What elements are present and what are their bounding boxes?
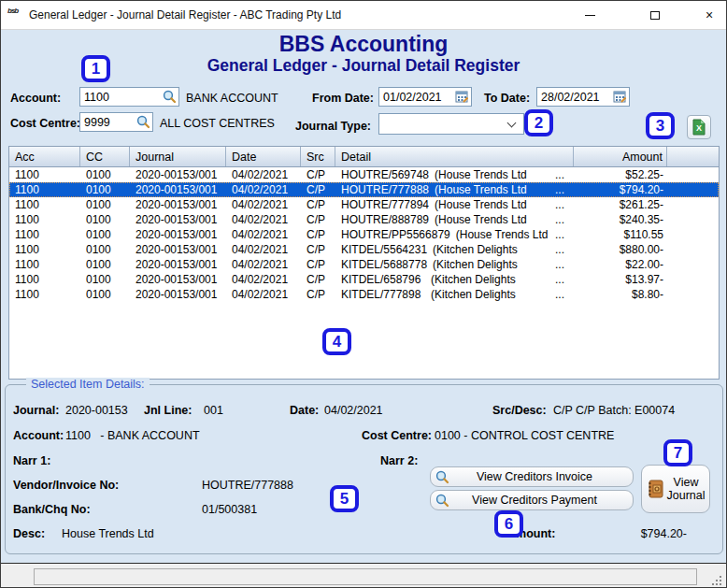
- cost-centre-field[interactable]: [79, 112, 153, 132]
- table-row[interactable]: 110001002020-00153/00104/02/2021C/PKITDE…: [9, 257, 719, 272]
- cell-amount: $261.25-: [574, 198, 667, 211]
- detail-ellipsis: ...: [555, 168, 574, 181]
- narr2-label: Narr 2:: [380, 454, 418, 467]
- journal-type-dropdown[interactable]: [378, 113, 524, 135]
- detail-src-desc-label: Src/Desc:: [492, 404, 547, 417]
- column-header-journal[interactable]: Journal: [130, 147, 226, 166]
- group-title: Selected Item Details:: [26, 378, 150, 391]
- view-journal-label-line2: Journal: [667, 489, 706, 502]
- annotation-badge-4: 4: [322, 328, 351, 355]
- cell-amount: $52.25-: [574, 168, 667, 181]
- cell-amount: $240.35-: [574, 213, 667, 226]
- table-row[interactable]: 110001002020-00153/00104/02/2021C/PHOUTR…: [9, 167, 719, 182]
- table-row[interactable]: 110001002020-00153/00104/02/2021C/PHOUTR…: [9, 212, 719, 227]
- status-panel: [34, 568, 697, 585]
- detail-account-label: Account:: [13, 429, 64, 442]
- detail-ref: KITDEL/5564231: [341, 243, 433, 256]
- maximize-button[interactable]: [636, 1, 674, 29]
- cell-cc: 0100: [80, 258, 130, 271]
- cell-src: C/P: [301, 273, 335, 286]
- column-header-src[interactable]: Src: [301, 147, 335, 166]
- account-field[interactable]: [79, 87, 179, 107]
- cell-journal: 2020-00153/001: [130, 228, 226, 241]
- cell-journal: 2020-00153/001: [130, 288, 226, 301]
- cell-cc: 0100: [80, 168, 130, 181]
- detail-name: (Kitchen Delights: [433, 243, 518, 256]
- journal-table: Acc CC Journal Date Src Detail Amount 11…: [8, 146, 720, 380]
- cell-detail: KITDEL/777898(Kitchen Delights...: [335, 288, 574, 301]
- cost-centre-lookup-icon[interactable]: [136, 115, 150, 129]
- cell-acc: 1100: [9, 228, 80, 241]
- selected-item-details-group: Selected Item Details: Journal: 2020-001…: [5, 384, 723, 554]
- cell-acc: 1100: [9, 168, 80, 181]
- detail-ellipsis: ...: [555, 198, 574, 211]
- cell-journal: 2020-00153/001: [130, 183, 226, 196]
- cell-detail: HOUTRE/777894(House Trends Ltd...: [335, 198, 574, 211]
- cost-centre-label: Cost Centre:: [10, 117, 80, 130]
- journal-book-icon: [647, 480, 663, 498]
- annotation-badge-1: 1: [81, 55, 110, 82]
- cell-acc: 1100: [9, 243, 80, 256]
- detail-ellipsis: ...: [555, 183, 574, 196]
- maximize-icon: [650, 11, 660, 20]
- detail-ref: HOUTRE/777894: [341, 198, 435, 211]
- close-button[interactable]: ×: [691, 1, 727, 29]
- cell-cc: 0100: [80, 213, 130, 226]
- narr1-label: Narr 1:: [13, 454, 50, 467]
- column-header-detail[interactable]: Detail: [335, 147, 574, 166]
- account-input[interactable]: [80, 91, 163, 104]
- cell-detail: HOUTRE/PP5566879(House Trends Ltd...: [335, 228, 574, 241]
- cell-date: 04/02/2021: [226, 198, 301, 211]
- column-header-acc[interactable]: Acc: [9, 147, 80, 166]
- cell-date: 04/02/2021: [226, 228, 301, 241]
- to-date-input[interactable]: [537, 91, 613, 104]
- view-creditors-invoice-button[interactable]: View Creditors Invoice: [430, 466, 634, 487]
- detail-name: (Kitchen Delights: [433, 258, 518, 271]
- annotation-badge-2: 2: [524, 109, 553, 136]
- detail-cost-centre-label: Cost Centre:: [362, 429, 432, 442]
- account-lookup-icon[interactable]: [163, 90, 177, 104]
- table-row[interactable]: 110001002020-00153/00104/02/2021C/PHOUTR…: [9, 227, 719, 242]
- cell-cc: 0100: [80, 228, 130, 241]
- table-row[interactable]: 110001002020-00153/00104/02/2021C/PHOUTR…: [9, 197, 719, 212]
- table-row[interactable]: 110001002020-00153/00104/02/2021C/PHOUTR…: [9, 182, 719, 197]
- cell-amount: $110.55: [574, 228, 667, 241]
- to-date-calendar-icon[interactable]: [613, 90, 627, 104]
- cell-detail: HOUTRE/569748(House Trends Ltd...: [335, 168, 574, 181]
- cell-src: C/P: [301, 258, 335, 271]
- detail-account-value: 1100 - BANK ACCOUNT: [65, 429, 200, 442]
- detail-journal-label: Journal:: [13, 404, 59, 417]
- table-row[interactable]: 110001002020-00153/00104/02/2021C/PKITDE…: [9, 242, 719, 257]
- cost-centre-input[interactable]: [80, 116, 136, 129]
- chevron-down-icon: [507, 119, 517, 128]
- from-date-field[interactable]: [378, 87, 472, 107]
- cell-journal: 2020-00153/001: [130, 243, 226, 256]
- minimize-button[interactable]: [571, 1, 608, 29]
- annotation-badge-7: 7: [663, 439, 692, 466]
- from-date-input[interactable]: [379, 91, 455, 104]
- journal-type-label: Journal Type:: [295, 120, 371, 133]
- detail-jnl-line-value: 001: [204, 404, 223, 417]
- table-row[interactable]: 110001002020-00153/00104/02/2021C/PKITDE…: [9, 287, 719, 302]
- cell-amount: $22.00-: [574, 258, 667, 271]
- column-header-amount[interactable]: Amount: [574, 147, 667, 166]
- detail-ellipsis: ...: [555, 258, 574, 271]
- detail-name: (Kitchen Delights: [431, 273, 516, 286]
- export-excel-button[interactable]: X: [687, 115, 711, 139]
- magnifier-icon: [435, 494, 449, 508]
- view-journal-button[interactable]: View Journal: [641, 465, 710, 513]
- cell-src: C/P: [301, 198, 335, 211]
- detail-ellipsis: ...: [555, 288, 574, 301]
- account-label: Account:: [10, 92, 61, 105]
- view-creditors-payment-button[interactable]: View Creditors Payment: [430, 490, 634, 510]
- from-date-calendar-icon[interactable]: [455, 90, 469, 104]
- cell-amount: $880.00-: [574, 243, 667, 256]
- column-header-date[interactable]: Date: [226, 147, 301, 166]
- to-date-field[interactable]: [536, 87, 630, 107]
- detail-name: (House Trends Ltd: [435, 168, 527, 181]
- cell-detail: KITDEL/5688778(Kitchen Delights...: [335, 258, 574, 271]
- table-row[interactable]: 110001002020-00153/00104/02/2021C/PKITDE…: [9, 272, 719, 287]
- svg-text:X: X: [696, 123, 702, 133]
- column-header-cc[interactable]: CC: [80, 147, 130, 166]
- resize-grip[interactable]: [709, 573, 721, 585]
